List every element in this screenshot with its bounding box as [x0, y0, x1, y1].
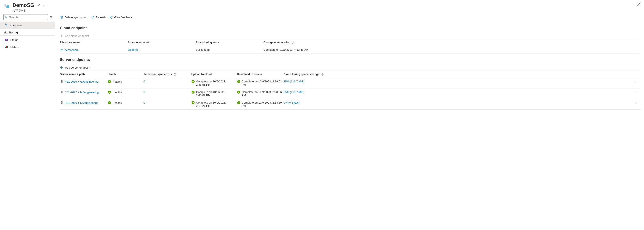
pin-icon[interactable]	[37, 4, 41, 8]
server-endpoint-row: FS1-2022 + M:\engineering Healthy 0 Comp…	[60, 88, 640, 99]
row-more-icon[interactable]: ···	[635, 101, 638, 104]
provisioning-state-value: Succeeded	[196, 48, 264, 51]
upload-value: Complete on 10/9/2023, 2:18:21 PM	[196, 101, 235, 107]
upload-value: Complete on 10/9/2023, 2:40:07 PM	[196, 90, 235, 97]
svg-rect-11	[7, 46, 8, 48]
cloud-endpoint-row: demoshare afsdemo Succeeded Complete on …	[60, 46, 640, 54]
col-header-server-name: Server name + path	[60, 73, 108, 76]
success-icon	[191, 101, 195, 104]
add-server-endpoint-button[interactable]: Add server endpoint	[60, 65, 640, 71]
delete-sync-group-button[interactable]: Delete sync group	[60, 16, 87, 19]
info-icon[interactable]	[174, 73, 176, 76]
server-icon	[60, 80, 63, 83]
row-more-icon[interactable]: ···	[635, 80, 638, 83]
errors-link[interactable]: 0	[144, 90, 145, 94]
server-endpoint-link[interactable]: FS1-2016 + D:\engineering	[65, 101, 98, 104]
refresh-button[interactable]: Refresh	[91, 16, 106, 19]
upload-value: Complete on 10/9/2023, 2:38:55 PM	[196, 80, 235, 86]
info-icon[interactable]	[292, 42, 294, 44]
overview-icon	[5, 23, 8, 27]
svg-line-3	[7, 18, 7, 18]
tiering-link[interactable]: 0% (0 Bytes)	[284, 101, 300, 104]
server-icon	[60, 101, 63, 104]
sidebar: Overview Monitoring Status Metrics	[0, 13, 55, 114]
search-icon	[5, 16, 8, 19]
health-value: Healthy	[112, 80, 122, 83]
svg-rect-24	[61, 81, 62, 81]
errors-link[interactable]: 0	[144, 101, 145, 104]
success-icon	[108, 80, 111, 83]
svg-rect-9	[5, 47, 6, 48]
success-icon	[237, 80, 240, 83]
plus-icon	[60, 66, 63, 69]
success-icon	[191, 80, 195, 83]
main-content: Delete sync group Refresh Give feedback …	[55, 13, 644, 114]
info-icon[interactable]	[321, 73, 324, 76]
server-endpoint-link[interactable]: FS1-2022 + M:\engineering	[65, 91, 99, 94]
sync-group-icon	[4, 3, 10, 10]
metrics-icon	[5, 45, 8, 49]
collapse-sidebar-icon[interactable]	[50, 16, 52, 19]
tiering-link[interactable]: 85% (113.7 MiB)	[284, 90, 304, 94]
row-more-icon[interactable]: ···	[635, 90, 638, 94]
health-value: Healthy	[112, 91, 122, 94]
page-subtitle: Sync group	[12, 9, 34, 12]
svg-point-12	[110, 16, 112, 18]
table-header-row: Server name + path Health Persistent syn…	[60, 71, 640, 78]
svg-point-14	[293, 42, 293, 42]
server-endpoint-row: FS1-2019 + G:\engineering Healthy 0 Comp…	[60, 78, 640, 88]
page-header: DemoSG Sync group · · ·	[0, 0, 644, 13]
success-icon	[237, 90, 240, 94]
success-icon	[237, 101, 240, 104]
sidebar-item-overview[interactable]: Overview	[0, 22, 55, 29]
status-icon	[5, 38, 8, 42]
svg-rect-30	[61, 92, 62, 92]
svg-rect-35	[61, 102, 62, 102]
svg-rect-21	[322, 74, 322, 75]
errors-link[interactable]: 0	[144, 80, 145, 83]
file-share-link[interactable]: demoshare	[65, 48, 79, 52]
sidebar-item-label: Overview	[10, 24, 22, 27]
col-header-file-share: File share name	[60, 41, 128, 44]
col-header-persistent-errors: Persistent sync errors	[144, 73, 191, 76]
server-endpoints-table: Server name + path Health Persistent syn…	[60, 71, 640, 110]
server-endpoint-row: FS1-2016 + D:\engineering Healthy 0 Comp…	[60, 99, 640, 110]
storage-account-link[interactable]: afsdemo	[128, 48, 138, 51]
sidebar-item-status[interactable]: Status	[0, 37, 55, 44]
col-header-storage-account: Storage account	[128, 41, 196, 44]
search-input-wrap[interactable]	[4, 14, 48, 20]
svg-rect-1	[5, 4, 6, 6]
cloud-share-icon	[60, 48, 63, 52]
health-value: Healthy	[112, 101, 122, 104]
server-endpoint-link[interactable]: FS1-2019 + G:\engineering	[65, 80, 98, 83]
success-icon	[108, 90, 111, 94]
cloud-endpoint-title: Cloud endpoint	[60, 26, 640, 30]
svg-rect-34	[61, 101, 62, 104]
tiering-link[interactable]: 85% (113.7 MiB)	[284, 80, 304, 83]
more-icon[interactable]: · · ·	[43, 4, 48, 8]
svg-rect-23	[61, 81, 62, 81]
svg-point-2	[6, 16, 7, 18]
cloud-endpoint-table: File share name Storage account Provisio…	[60, 39, 640, 54]
search-input[interactable]	[9, 16, 46, 19]
svg-rect-29	[61, 91, 62, 92]
col-header-change-enumeration: Change enumeration	[264, 41, 640, 44]
toolbar: Delete sync group Refresh Give feedback	[60, 13, 640, 22]
col-header-download: Download to server	[237, 73, 284, 76]
svg-rect-18	[175, 74, 175, 75]
server-endpoints-title: Server endpoints	[60, 58, 640, 62]
give-feedback-button[interactable]: Give feedback	[110, 16, 132, 19]
change-enumeration-value: Complete on 10/9/2023, 4:13:48 AM	[264, 48, 640, 51]
svg-rect-10	[6, 46, 7, 48]
download-value: Complete on 10/9/2023, 2:18:50 PM	[242, 101, 282, 107]
download-value: Complete on 10/9/2023, 2:19:53 PM	[242, 80, 282, 86]
server-icon	[60, 90, 63, 94]
sidebar-section-monitoring: Monitoring	[0, 29, 55, 36]
svg-rect-28	[61, 91, 62, 93]
sidebar-item-metrics[interactable]: Metrics	[0, 44, 55, 51]
sidebar-item-label: Metrics	[10, 46, 20, 49]
close-button[interactable]	[637, 3, 640, 7]
table-header-row: File share name Storage account Provisio…	[60, 39, 640, 46]
feedback-icon	[110, 16, 113, 19]
svg-rect-4	[5, 24, 6, 25]
